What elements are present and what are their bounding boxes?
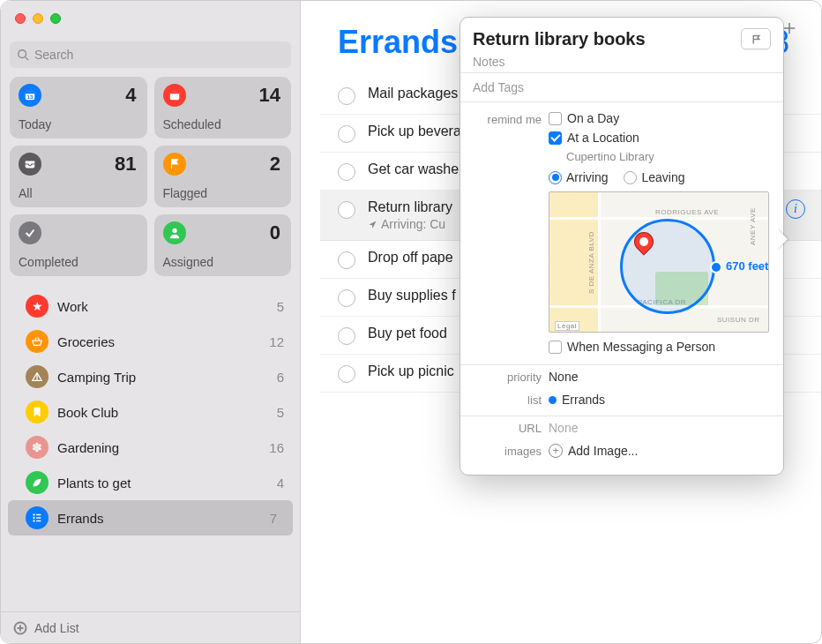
- smart-count: 4: [125, 84, 136, 107]
- list-count: 16: [269, 440, 284, 455]
- svg-line-1: [26, 57, 29, 61]
- add-image-button[interactable]: + Add Image...: [549, 444, 638, 458]
- minimize-window-button[interactable]: [33, 13, 43, 24]
- priority-row[interactable]: priority None: [460, 365, 783, 388]
- complete-checkbox[interactable]: [338, 87, 355, 105]
- svg-point-8: [33, 513, 34, 515]
- reminder-details-popover: Return library books Notes Add Tags remi…: [460, 17, 784, 476]
- complete-checkbox[interactable]: [338, 251, 355, 269]
- complete-checkbox[interactable]: [338, 289, 355, 307]
- on-a-day-label: On a Day: [567, 111, 619, 125]
- svg-rect-6: [169, 92, 179, 94]
- sidebar: Search 13 4 Today 14 Schedu: [1, 1, 301, 643]
- flag-toggle-button[interactable]: [741, 28, 771, 49]
- list-icon: [26, 506, 49, 529]
- sidebar-list-plants[interactable]: Plants to get 4: [1, 465, 300, 500]
- basket-icon: [26, 330, 49, 353]
- smart-label: Flagged: [163, 186, 281, 200]
- sidebar-list-gardening[interactable]: ✽ Gardening 16: [1, 430, 300, 465]
- geofence-distance-label: 670 feet: [726, 259, 768, 273]
- checkmark-icon: [19, 221, 41, 244]
- leaving-radio[interactable]: Leaving: [624, 170, 684, 184]
- smart-label: Completed: [19, 255, 137, 269]
- map-street: [598, 192, 601, 332]
- sidebar-list-work[interactable]: ★ Work 5: [1, 288, 300, 324]
- popover-title[interactable]: Return library books: [473, 29, 646, 49]
- on-a-day-checkbox-row[interactable]: On a Day: [549, 111, 771, 125]
- list-color-dot-icon: [549, 396, 557, 404]
- list-count: 5: [277, 405, 284, 420]
- radio-on-icon: [549, 171, 562, 184]
- sidebar-list-errands[interactable]: Errands 7: [8, 500, 293, 535]
- bookmark-icon: [26, 401, 49, 423]
- smart-label: Assigned: [163, 255, 281, 269]
- zoom-window-button[interactable]: [50, 13, 61, 24]
- calendar-today-icon: 13: [19, 84, 41, 107]
- smart-list-all[interactable]: 81 All: [10, 146, 147, 207]
- search-placeholder: Search: [34, 48, 73, 62]
- when-messaging-checkbox-row[interactable]: When Messaging a Person: [549, 340, 771, 354]
- info-button[interactable]: i: [786, 199, 805, 219]
- search-input[interactable]: Search: [10, 41, 291, 68]
- list-value: Errands: [549, 393, 605, 407]
- complete-checkbox[interactable]: [338, 365, 355, 383]
- smart-count: 81: [115, 153, 136, 176]
- smart-lists-grid: 13 4 Today 14 Scheduled: [1, 77, 300, 276]
- smart-label: Today: [19, 117, 137, 131]
- list-count: 5: [277, 299, 284, 314]
- complete-checkbox[interactable]: [338, 163, 355, 181]
- list-count: 6: [277, 370, 284, 385]
- url-row[interactable]: URL None: [460, 416, 783, 439]
- smart-count: 14: [259, 84, 280, 107]
- sidebar-list-groceries[interactable]: Groceries 12: [1, 324, 300, 359]
- location-arrow-icon: [368, 220, 377, 229]
- tags-field[interactable]: Add Tags: [460, 73, 783, 102]
- list-title: Errands: [338, 24, 458, 61]
- at-a-location-checkbox-row[interactable]: At a Location: [549, 131, 771, 145]
- window-controls: [1, 1, 300, 36]
- notes-field[interactable]: Notes: [460, 55, 783, 73]
- images-row: images + Add Image...: [460, 439, 783, 462]
- sidebar-list-bookclub[interactable]: Book Club 5: [1, 394, 300, 430]
- url-value: None: [549, 421, 578, 435]
- geofence-circle: [620, 219, 715, 314]
- smart-list-flagged[interactable]: 2 Flagged: [154, 146, 292, 207]
- search-icon: [17, 49, 29, 61]
- svg-text:13: 13: [27, 94, 34, 100]
- smart-label: All: [19, 186, 137, 200]
- smart-label: Scheduled: [163, 117, 281, 131]
- list-name: Groceries: [57, 334, 260, 349]
- when-messaging-label: When Messaging a Person: [567, 340, 715, 354]
- arriving-radio[interactable]: Arriving: [549, 170, 608, 184]
- geofence-resize-handle[interactable]: [710, 261, 722, 273]
- list-row[interactable]: list Errands: [460, 388, 783, 416]
- sidebar-list-camping[interactable]: Camping Trip 6: [1, 359, 300, 394]
- flag-outline-icon: [751, 34, 762, 45]
- map-street-label: RODRIGUES AVE: [655, 208, 719, 216]
- checkbox-icon: [549, 112, 562, 125]
- close-window-button[interactable]: [15, 13, 26, 24]
- list-name: Errands: [57, 511, 261, 526]
- smart-count: 0: [270, 221, 280, 244]
- complete-checkbox[interactable]: [338, 201, 355, 219]
- smart-list-scheduled[interactable]: 14 Scheduled: [154, 77, 292, 139]
- at-location-label: At a Location: [567, 131, 639, 145]
- priority-value: None: [549, 370, 578, 384]
- arrive-leave-radio-group: Arriving Leaving: [549, 170, 771, 184]
- svg-point-10: [33, 520, 34, 521]
- smart-list-today[interactable]: 13 4 Today: [10, 77, 147, 139]
- add-list-button[interactable]: Add List: [1, 611, 300, 643]
- map-legal-link[interactable]: Legal: [555, 321, 579, 331]
- complete-checkbox[interactable]: [338, 327, 355, 345]
- checkbox-icon: [549, 341, 562, 354]
- complete-checkbox[interactable]: [338, 125, 355, 143]
- app-window: Search 13 4 Today 14 Schedu: [1, 1, 821, 643]
- map-street-label: SUISUN DR: [717, 316, 760, 324]
- remind-me-label: remind me: [473, 111, 542, 359]
- calendar-icon: [163, 84, 186, 107]
- smart-list-assigned[interactable]: 0 Assigned: [154, 214, 292, 276]
- location-name[interactable]: Cupertino Library: [566, 150, 771, 163]
- popover-arrow: [777, 228, 788, 250]
- geofence-map[interactable]: RODRIGUES AVE PACIFICA DR S DE ANZA BLVD…: [549, 191, 769, 333]
- smart-list-completed[interactable]: Completed: [10, 214, 147, 276]
